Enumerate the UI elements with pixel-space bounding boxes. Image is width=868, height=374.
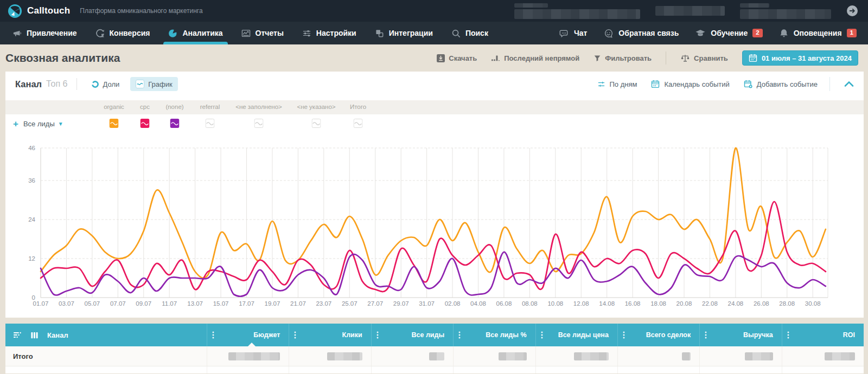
nav-item-2[interactable]: Аналитика (159, 22, 232, 44)
column-menu-dots-icon[interactable] (705, 331, 707, 341)
table-column-header-3[interactable]: Все лиды % (453, 324, 535, 346)
divider (76, 78, 77, 90)
svg-text:06.08: 06.08 (496, 300, 512, 307)
column-menu-dots-icon[interactable] (376, 331, 379, 341)
empty-cell (535, 366, 617, 373)
nav-item-label: Интеграции (389, 29, 433, 37)
nav-item-6[interactable]: Поиск (442, 22, 497, 44)
logout-arrow-icon[interactable] (846, 5, 858, 17)
legend-column-label: <не указано> (297, 104, 335, 110)
metric-row: + Все лиды ▼ (5, 114, 864, 134)
svg-text:29.07: 29.07 (393, 300, 409, 307)
column-menu-dots-icon[interactable] (212, 331, 214, 341)
nav-right-item-0[interactable]: Чат (551, 22, 595, 44)
column-menu-dots-icon[interactable] (541, 331, 543, 341)
nav-item-3[interactable]: Отчеты (232, 22, 293, 44)
series-swatch-1[interactable] (141, 119, 150, 128)
svg-text:21.07: 21.07 (290, 300, 306, 307)
chart-plot[interactable]: 01224364601.0703.0705.0707.0709.0711.071… (5, 134, 864, 318)
series-swatch-4[interactable] (254, 119, 264, 128)
integrations-icon (375, 29, 384, 38)
totals-row: Итого (5, 346, 864, 366)
table-column-header-0[interactable]: Бюджет (207, 324, 289, 346)
table-filter-icon[interactable] (13, 331, 22, 339)
legend-column-label: referral (200, 104, 220, 110)
empty-cell (782, 366, 864, 373)
nav-item-label: Обратная связь (618, 29, 679, 37)
search-icon (451, 29, 461, 38)
empty-cell (699, 366, 781, 373)
column-menu-dots-icon[interactable] (787, 331, 789, 341)
filter-icon (593, 54, 601, 62)
chart-panel: Канал Топ 6 ДолиГрафик По днямКалендарь … (5, 72, 864, 318)
toolbar-download-button[interactable]: Скачать (437, 54, 477, 62)
view-toggle-shares[interactable]: Доли (86, 78, 125, 91)
action-calendar-add[interactable]: Добавить событие (744, 80, 818, 88)
table-column-header-7[interactable]: ROI (782, 324, 864, 346)
series-swatch-3[interactable] (206, 119, 215, 128)
nav-item-label: Привлечение (27, 29, 77, 37)
column-menu-dots-icon[interactable] (294, 331, 296, 341)
table-columns-icon[interactable] (30, 331, 39, 339)
by-days-icon (597, 80, 605, 88)
nav-right-item-3[interactable]: Оповещения1 (771, 22, 865, 44)
nav-right-item-1[interactable]: Обратная связь (595, 22, 687, 44)
nav-item-label: Обучение (711, 29, 748, 37)
nav-right-item-2[interactable]: Обучение2 (687, 22, 770, 44)
calendar-icon (749, 54, 757, 62)
toolbar-filter-button[interactable]: Фильтровать (593, 54, 652, 62)
series-swatch-0[interactable] (110, 119, 119, 128)
totals-redacted-value (699, 346, 781, 366)
legend-column-label: cpc (140, 104, 150, 110)
empty-cell (617, 366, 699, 373)
toolbar-compare-scales-button[interactable]: Сравнить (680, 54, 728, 62)
table-column-header-1[interactable]: Клики (289, 324, 371, 346)
svg-text:46: 46 (28, 145, 35, 151)
nav-item-4[interactable]: Настройки (293, 22, 366, 44)
column-menu-dots-icon[interactable] (458, 331, 461, 341)
metric-dropdown[interactable]: Все лиды ▼ (23, 120, 63, 128)
nav-item-5[interactable]: Интеграции (366, 22, 442, 44)
series-swatch-2[interactable] (170, 119, 180, 128)
date-range-label: 01 июля – 31 августа 2024 (762, 54, 852, 62)
date-range-button[interactable]: 01 июля – 31 августа 2024 (742, 50, 858, 66)
calltouch-logo[interactable]: Calltouch (8, 4, 70, 18)
svg-text:01.07: 01.07 (33, 300, 49, 307)
series-swatch-6[interactable] (354, 119, 363, 128)
action-calendar[interactable]: Календарь событий (651, 80, 729, 88)
nav-item-label: Чат (574, 29, 587, 37)
column-label: Всего сделок (646, 331, 691, 339)
redacted-balance-block (655, 6, 725, 16)
table-column-header-4[interactable]: Все лиды цена (535, 324, 617, 346)
megaphone-icon (12, 29, 22, 38)
divider (829, 77, 830, 91)
legend-column-label: <не заполнено> (235, 104, 282, 110)
legend-column-label: (none) (165, 104, 183, 110)
column-label: Все лиды цена (558, 331, 609, 339)
table-column-header-2[interactable]: Все лиды (371, 324, 453, 346)
nav-item-label: Оповещения (794, 29, 842, 37)
table-column-header-5[interactable]: Всего сделок (617, 324, 699, 346)
nav-item-1[interactable]: Конверсия (86, 22, 159, 44)
column-menu-dots-icon[interactable] (623, 331, 625, 341)
series-line-cpc (41, 202, 826, 292)
svg-text:12.08: 12.08 (573, 300, 589, 307)
svg-text:24: 24 (28, 216, 35, 223)
svg-text:36: 36 (28, 177, 35, 184)
series-swatch-5[interactable] (312, 119, 321, 128)
view-toggle-graph[interactable]: График (130, 77, 177, 91)
add-metric-button[interactable]: + (13, 119, 18, 128)
nav-item-label: Настройки (316, 29, 356, 37)
toolbar-attribution-bars-button[interactable]: Последний непрямой (491, 54, 579, 62)
collapse-panel-chevron-up-icon[interactable] (844, 81, 854, 87)
page-title: Сквозная аналитика (5, 51, 120, 65)
empty-cell (289, 366, 371, 373)
nav-item-0[interactable]: Привлечение (3, 22, 86, 44)
notification-badge: 2 (752, 29, 762, 37)
svg-text:05.07: 05.07 (84, 300, 100, 307)
totals-redacted-value (535, 346, 617, 366)
table-column-header-6[interactable]: Выручка (699, 324, 781, 346)
conversion-icon (95, 29, 105, 38)
download-icon (437, 54, 445, 62)
action-by-days[interactable]: По дням (597, 80, 637, 88)
